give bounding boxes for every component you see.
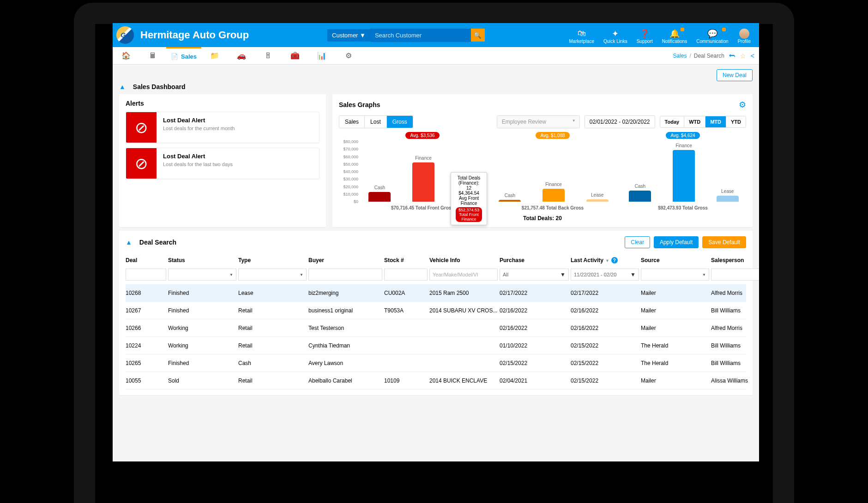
nav-sales[interactable]: 📄 Sales — [166, 47, 201, 65]
filter-purchase[interactable]: All▼ — [500, 269, 569, 281]
cell-source: Mailer — [641, 307, 709, 314]
cell-sales: Bill Williams — [711, 307, 759, 314]
help-icon[interactable]: ? — [611, 257, 618, 263]
search-button[interactable]: 🔍 — [471, 29, 485, 42]
period-mtd[interactable]: MTD — [705, 116, 726, 127]
nav-calc[interactable]: 🖩 — [139, 47, 166, 65]
deal-table-header: Deal Status Type Buyer Stock # Vehicle I… — [126, 254, 746, 267]
chart-caption: $92,473.93 Total Gross — [620, 205, 746, 210]
bar-label: Cash — [374, 185, 385, 190]
col-activity[interactable]: Last Activity▼? — [571, 257, 639, 264]
bar-cash[interactable] — [368, 192, 391, 202]
apply-default-button[interactable]: Apply Default — [654, 236, 699, 248]
support-link[interactable]: ❓ Support — [637, 29, 653, 44]
alert-card[interactable]: ⊘ Lost Deal Alert Lost deals for the las… — [126, 148, 319, 179]
collapse-dashboard-icon[interactable]: ▲ — [119, 83, 126, 90]
nav-toolbox[interactable]: 🧰 — [282, 47, 308, 65]
bar-finance[interactable] — [673, 150, 695, 202]
nav-folder[interactable]: 📁 — [201, 47, 228, 65]
tooltip-line2: $4,364.54 Avg Front Finance — [456, 191, 482, 206]
nav-car[interactable]: 🚗 — [228, 47, 255, 65]
communication-link[interactable]: 💬 Communication — [696, 29, 728, 44]
table-row[interactable]: 10224WorkingRetailCynthia Tiedman01/10/2… — [126, 337, 746, 354]
folder-icon: 📁 — [210, 51, 219, 60]
avg-pill: Avg. $1,088 — [536, 132, 569, 139]
col-deal[interactable]: Deal — [126, 257, 166, 263]
bell-icon: 🔔 — [669, 29, 680, 39]
filter-buyer[interactable] — [308, 269, 382, 281]
filter-source[interactable]: ▼ — [641, 269, 709, 281]
clear-button[interactable]: Clear — [625, 236, 650, 248]
new-deal-button[interactable]: New Deal — [717, 69, 753, 81]
period-ytd[interactable]: YTD — [726, 116, 746, 127]
date-range-input[interactable]: 02/01/2022 - 02/20/2022 — [585, 115, 655, 128]
save-default-button[interactable]: Save Default — [702, 236, 746, 248]
cell-buyer: Avery Lawson — [308, 360, 382, 366]
col-type[interactable]: Type — [238, 257, 307, 263]
cell-buyer: Abelballo Carabel — [308, 377, 382, 384]
alert-card[interactable]: ⊘ Lost Deal Alert Lost deals for the cur… — [126, 112, 319, 143]
period-wtd[interactable]: WTD — [684, 116, 705, 127]
table-row[interactable]: 10055SoldRetailAbelballo Carabel10109201… — [126, 372, 746, 389]
col-vehicle[interactable]: Vehicle Info — [429, 257, 498, 263]
chart-caption: $21,757.48 Total Back Gross — [489, 205, 616, 210]
alert-body: Lost Deal Alert Lost deals for the curre… — [157, 112, 241, 143]
bar-cash[interactable] — [629, 191, 651, 202]
org-name: Hermitage Auto Group — [140, 29, 249, 41]
filter-salesperson[interactable] — [711, 269, 759, 281]
cell-source: Mailer — [641, 377, 709, 384]
col-stock[interactable]: Stock # — [384, 257, 428, 263]
filter-type[interactable]: ▼ — [238, 269, 307, 281]
filter-deal[interactable] — [126, 269, 166, 281]
col-status[interactable]: Status — [168, 257, 236, 263]
search-input[interactable] — [370, 29, 471, 42]
col-buyer[interactable]: Buyer — [308, 257, 382, 263]
bar-lease[interactable] — [586, 199, 609, 202]
employee-dropdown[interactable]: Employee Review — [497, 115, 580, 128]
funnel-icon: ▼ — [560, 271, 566, 278]
bar-lease[interactable] — [717, 196, 739, 202]
filter-status[interactable]: ▼ — [168, 269, 236, 281]
collapse-deal-search-icon[interactable]: ▲ — [126, 239, 132, 246]
col-purchase[interactable]: Purchase — [500, 257, 569, 263]
profile-link[interactable]: Profile — [738, 29, 751, 44]
tab-lost[interactable]: Lost — [365, 116, 387, 128]
quick-links-link[interactable]: ✦ Quick Links — [603, 29, 627, 44]
breadcrumb-deal-search: Deal Search — [694, 53, 724, 59]
bar-cash[interactable] — [499, 200, 521, 202]
table-row[interactable]: 10265FinishedCashAvery Lawson02/15/20220… — [126, 354, 746, 372]
nav-home[interactable]: 🏠 — [113, 47, 139, 65]
marketplace-link[interactable]: 🛍 Marketplace — [569, 29, 594, 44]
deal-search-panel: ▲ Deal Search Clear Apply Default Save D… — [119, 231, 753, 395]
bar-finance[interactable] — [412, 162, 434, 202]
bar-label: Lease — [591, 192, 603, 198]
graph-settings-icon[interactable]: ⚙ — [739, 100, 746, 110]
filter-activity[interactable]: 11/22/2021 - 02/20▼ — [571, 269, 639, 281]
cell-stock: CU002A — [384, 290, 428, 296]
nav-chart[interactable]: 📊 — [308, 47, 335, 65]
col-salesperson[interactable]: Salesperson — [711, 257, 759, 263]
cell-buyer: Cynthia Tiedman — [308, 342, 382, 349]
search-scope-dropdown[interactable]: Customer ▼ — [327, 29, 370, 42]
nav-sliders[interactable]: 🎚 — [255, 47, 282, 65]
table-row[interactable]: 10266WorkingRetailTest Testerson02/16/20… — [126, 319, 746, 337]
cell-purchase: 01/10/2022 — [500, 342, 569, 349]
table-row[interactable]: 10267FinishedRetailbusiness1 originalT90… — [126, 302, 746, 319]
share-icon[interactable]: ⮪ — [729, 52, 735, 60]
filter-vehicle[interactable]: Year/Make/Model/VI — [429, 269, 498, 281]
collapse-nav-icon[interactable]: < — [751, 52, 754, 60]
tab-gross[interactable]: Gross — [387, 116, 413, 128]
nav-settings[interactable]: ⚙ — [335, 47, 362, 65]
communication-label: Communication — [696, 39, 728, 44]
breadcrumb-sales[interactable]: Sales — [673, 53, 687, 59]
logo-icon[interactable]: Go — [116, 26, 134, 44]
col-source[interactable]: Source — [641, 257, 709, 263]
period-today[interactable]: Today — [660, 116, 685, 127]
profile-label: Profile — [738, 39, 751, 44]
table-row[interactable]: 10268FinishedLeasebiz2mergingCU002A2015 … — [126, 284, 746, 302]
tab-sales[interactable]: Sales — [339, 116, 365, 128]
bar-finance[interactable] — [542, 189, 565, 202]
star-icon[interactable]: ☆ — [740, 52, 746, 60]
filter-stock[interactable] — [384, 269, 428, 281]
notifications-link[interactable]: 🔔 Notifications — [662, 29, 687, 44]
